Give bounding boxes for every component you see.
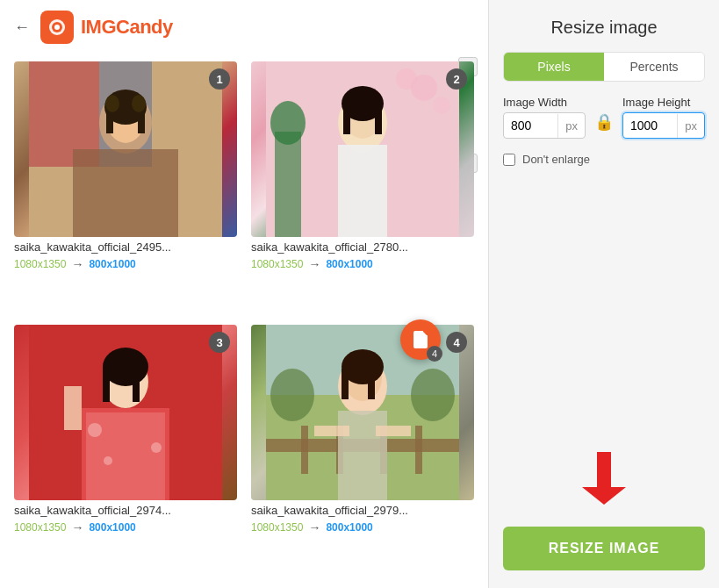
width-label: Image Width (503, 96, 586, 109)
width-input-wrapper: px (503, 112, 586, 139)
svg-rect-19 (275, 132, 301, 237)
list-item: 2 saika_kawakita_official_2780... 1080x1… (251, 61, 474, 311)
svg-point-30 (88, 423, 102, 437)
original-dimensions: 1080x1350 (251, 258, 303, 270)
svg-marker-58 (582, 487, 626, 505)
width-field: Image Width px (503, 96, 586, 139)
resize-image-button[interactable]: RESIZE IMAGE (503, 527, 705, 570)
back-button[interactable]: ← (14, 18, 30, 37)
svg-rect-51 (368, 369, 375, 399)
image-number-badge: 1 (209, 68, 230, 90)
height-input-wrapper: px (622, 112, 705, 139)
svg-point-3 (54, 25, 60, 30)
new-dimensions: 800x1000 (326, 258, 372, 270)
spacer (503, 180, 705, 434)
header: ← IMGCandy (0, 0, 488, 54)
image-wrapper: 1 (14, 61, 237, 237)
svg-point-17 (396, 68, 417, 90)
dimensions-row: Image Width px 🔒 Image Height px (503, 96, 705, 139)
svg-rect-53 (314, 426, 349, 436)
dimensions-arrow: → (71, 257, 83, 271)
logo-img: IMG (81, 16, 116, 38)
image-dimensions: 1080x1350 → 800x1000 (14, 257, 237, 271)
original-dimensions: 1080x1350 (14, 258, 66, 270)
new-dimensions: 800x1000 (89, 258, 135, 270)
tab-percents[interactable]: Percents (604, 53, 704, 81)
image-wrapper: 3 (14, 325, 237, 500)
svg-rect-52 (338, 411, 387, 500)
svg-rect-37 (64, 386, 82, 430)
image-dimensions: 1080x1350 → 800x1000 (251, 257, 474, 271)
image-dimensions: 1080x1350 → 800x1000 (14, 520, 237, 534)
panel-title: Resize image (503, 18, 705, 38)
height-field: Image Height px (622, 96, 705, 139)
tab-pixels[interactable]: Pixels (504, 53, 604, 81)
new-dimensions: 800x1000 (89, 521, 135, 534)
image-wrapper: 2 (251, 61, 474, 237)
svg-point-14 (132, 95, 146, 112)
dimensions-arrow: → (308, 520, 320, 534)
dont-enlarge-row: Don't enlarge (503, 153, 705, 166)
right-panel: Resize image Pixels Percents Image Width… (488, 0, 719, 588)
image-thumbnail (14, 61, 237, 237)
svg-point-20 (270, 101, 306, 145)
svg-rect-46 (415, 426, 422, 474)
image-filename: saika_kawakita_official_2979... (251, 504, 474, 517)
svg-rect-25 (375, 104, 382, 134)
dont-enlarge-label: Don't enlarge (522, 153, 590, 166)
image-number-badge: 4 (446, 332, 467, 353)
image-filename: saika_kawakita_official_2974... (14, 504, 237, 517)
image-number-badge: 3 (209, 332, 230, 353)
list-item: 4 saika_kawakita_official_2979... 1080x1… (251, 325, 474, 574)
add-files-button[interactable]: 4 (400, 319, 441, 360)
list-item: 3 saika_kawakita_official_2974... 1080x1… (14, 325, 237, 574)
height-unit: px (677, 114, 704, 138)
height-label: Image Height (622, 96, 705, 109)
svg-rect-26 (338, 145, 387, 237)
add-files-icon (410, 329, 431, 350)
lock-icon-wrapper: 🔒 (594, 112, 614, 139)
image-filename: saika_kawakita_official_2495... (14, 240, 237, 254)
original-dimensions: 1080x1350 (251, 521, 303, 534)
image-filename: saika_kawakita_official_2780... (251, 240, 474, 254)
dont-enlarge-checkbox[interactable] (503, 154, 515, 166)
svg-rect-35 (103, 367, 110, 402)
unit-tabs: Pixels Percents (503, 52, 705, 82)
svg-rect-54 (376, 426, 411, 436)
original-dimensions: 1080x1350 (14, 521, 66, 534)
svg-point-40 (270, 369, 314, 421)
svg-point-41 (411, 369, 455, 421)
width-input[interactable] (504, 113, 557, 138)
dimensions-arrow: → (71, 520, 83, 534)
new-dimensions: 800x1000 (326, 521, 372, 534)
image-number-badge: 2 (446, 68, 467, 90)
dimensions-arrow: → (308, 257, 320, 271)
arrow-container (503, 448, 705, 509)
lock-icon[interactable]: 🔒 (594, 112, 614, 132)
svg-rect-43 (301, 426, 308, 474)
svg-rect-8 (73, 149, 178, 237)
svg-point-31 (151, 442, 162, 453)
svg-rect-36 (133, 367, 140, 402)
list-item: 1 saika_kawakita_official_2495... 1080x1… (14, 61, 237, 311)
height-input[interactable] (623, 113, 677, 138)
svg-point-13 (105, 95, 119, 112)
add-files-count: 4 (427, 346, 442, 362)
svg-rect-57 (597, 452, 611, 487)
logo-candy: Candy (116, 16, 173, 38)
image-thumbnail (14, 325, 237, 500)
width-unit: px (557, 114, 585, 138)
image-thumbnail (251, 61, 474, 237)
left-panel: ← IMGCandy + − (0, 0, 488, 588)
logo-icon (40, 11, 74, 44)
down-arrow-icon (573, 448, 635, 509)
svg-point-32 (104, 456, 112, 465)
logo-text: IMGCandy (81, 16, 173, 39)
svg-point-18 (433, 97, 450, 114)
svg-rect-24 (343, 104, 350, 134)
svg-rect-50 (342, 369, 349, 399)
image-dimensions: 1080x1350 → 800x1000 (251, 520, 474, 534)
